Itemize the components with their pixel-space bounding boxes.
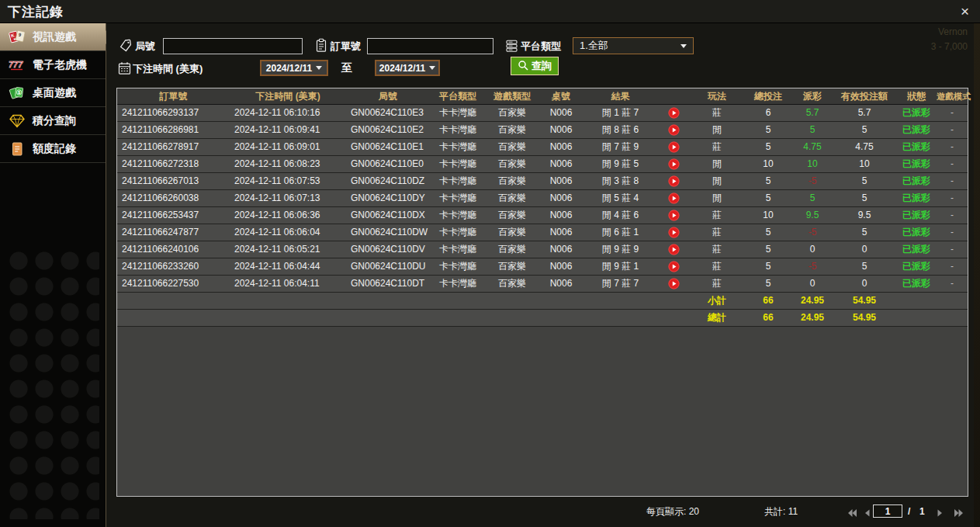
cell-game-type: 百家樂: [486, 224, 538, 241]
page-separator: /: [908, 505, 910, 518]
date-to-picker[interactable]: 2024/12/11: [375, 60, 440, 76]
cell-platform-type: 卡卡灣廳: [430, 122, 486, 138]
close-icon[interactable]: ×: [961, 2, 969, 21]
cell-game-type: 百家樂: [486, 207, 538, 224]
dimmed-bg-text: Vernon 3 - 7,000: [931, 25, 968, 54]
round-input[interactable]: [163, 38, 303, 54]
cell-platform-type: 卡卡灣廳: [430, 156, 486, 172]
sidebar-item-quota[interactable]: 額度記錄: [0, 135, 106, 163]
cell-platform-type: 卡卡灣廳: [430, 224, 486, 241]
sidebar-item-slots[interactable]: 777 電子老虎機: [0, 51, 106, 79]
play-video-icon[interactable]: [657, 258, 690, 275]
next-page-icon[interactable]: [937, 507, 944, 521]
sidebar-item-video-games[interactable]: K♥9 視訊遊戲: [0, 23, 106, 51]
play-video-icon[interactable]: [657, 173, 690, 189]
sidebar-item-label: 視訊遊戲: [33, 30, 76, 44]
cell-game-mode: -: [937, 241, 968, 258]
grand-total-total: 66: [744, 310, 792, 326]
page-number-input[interactable]: [873, 504, 902, 518]
cell-status: 已派彩: [896, 224, 937, 241]
sidebar-item-table-games[interactable]: $ 桌面遊戲: [0, 79, 106, 107]
subtotal-total: 66: [744, 293, 792, 309]
cell-valid-bet: 10: [833, 156, 896, 172]
cell-result: 閒 5 莊 4: [583, 190, 657, 206]
svg-text:777: 777: [9, 60, 23, 69]
cell-payout: 0: [792, 276, 833, 292]
play-video-icon[interactable]: [657, 207, 690, 224]
cell-bet-time: 2024-12-11 06:04:11: [230, 276, 346, 292]
cell-status: 已派彩: [896, 156, 937, 172]
cell-platform-type: 卡卡灣廳: [430, 173, 486, 189]
play-video-icon[interactable]: [657, 276, 690, 292]
play-video-icon[interactable]: [657, 224, 690, 241]
cell-game-mode: -: [937, 207, 968, 224]
subtotal-valid: 54.95: [833, 293, 896, 309]
column-header: 派彩: [792, 88, 833, 104]
play-video-icon[interactable]: [657, 122, 690, 138]
video-cards-icon: K♥9: [8, 29, 26, 45]
play-video-icon[interactable]: [657, 139, 690, 155]
cell-order-number: 241211066278917: [117, 139, 230, 155]
cell-total-bet: 5: [744, 241, 792, 258]
cell-platform-type: 卡卡灣廳: [430, 241, 486, 258]
cell-bet-time: 2024-12-11 06:10:16: [230, 105, 346, 121]
dimmed-roadmap-background: [6, 248, 99, 519]
sidebar-item-points[interactable]: 積分查詢: [0, 107, 106, 135]
cell-game-type: 百家樂: [486, 156, 538, 172]
cell-game-type: 百家樂: [486, 173, 538, 189]
cell-table-number: N006: [538, 105, 583, 121]
prev-page-icon[interactable]: [864, 507, 871, 521]
cell-play-type: 閒: [690, 122, 744, 138]
cell-total-bet: 6: [744, 105, 792, 121]
table-row: 2412110662600382024-12-11 06:07:13GN0062…: [117, 190, 968, 207]
table-row: 2412110662931372024-12-11 06:10:16GN0062…: [117, 105, 968, 122]
cell-order-number: 241211066260038: [117, 190, 230, 206]
cell-play-type: 莊: [690, 276, 744, 292]
cell-table-number: N006: [538, 173, 583, 189]
cell-status: 已派彩: [896, 276, 937, 292]
cell-game-type: 百家樂: [486, 258, 538, 275]
order-input[interactable]: [367, 38, 493, 54]
subtotal-payout: 24.95: [792, 293, 833, 309]
cell-bet-time: 2024-12-11 06:08:23: [230, 156, 346, 172]
total-count-label: 共計: 11: [764, 505, 798, 518]
cell-table-number: N006: [538, 190, 583, 206]
play-video-icon[interactable]: [657, 241, 690, 258]
play-video-icon[interactable]: [657, 105, 690, 121]
chevron-down-icon: [680, 44, 687, 48]
first-page-icon[interactable]: [847, 507, 857, 521]
last-page-icon[interactable]: [954, 507, 964, 521]
cell-order-number: 241211066286981: [117, 122, 230, 138]
clipboard-icon: [315, 38, 327, 56]
cell-bet-time: 2024-12-11 06:07:13: [230, 190, 346, 206]
cell-round-number: GN00624C110DV: [346, 241, 430, 258]
cell-play-type: 閒: [690, 156, 744, 172]
play-video-icon[interactable]: [657, 190, 690, 206]
cell-table-number: N006: [538, 224, 583, 241]
cell-platform-type: 卡卡灣廳: [430, 139, 486, 155]
cell-order-number: 241211066253437: [117, 207, 230, 224]
cell-payout: -5: [792, 224, 833, 241]
column-header: 局號: [346, 88, 430, 104]
column-header: 玩法: [690, 88, 744, 104]
cell-platform-type: 卡卡灣廳: [430, 276, 486, 292]
cell-result: 閒 3 莊 8: [583, 173, 657, 189]
platform-select-value: 1.全部: [580, 39, 608, 53]
cell-game-mode: -: [937, 258, 968, 275]
cell-order-number: 241211066293137: [117, 105, 230, 121]
cell-table-number: N006: [538, 207, 583, 224]
per-page-label: 每頁顯示: 20: [646, 505, 699, 518]
cell-payout: 5: [792, 190, 833, 206]
platform-select[interactable]: 1.全部: [573, 37, 694, 54]
date-from-picker[interactable]: 2024/12/11: [260, 60, 328, 76]
dimmed-game-edge: [974, 23, 980, 527]
cell-platform-type: 卡卡灣廳: [430, 258, 486, 275]
grand-total-payout: 24.95: [792, 310, 833, 326]
query-button[interactable]: 查詢: [511, 57, 559, 75]
cell-platform-type: 卡卡灣廳: [430, 207, 486, 224]
column-header: 遊戲模式: [937, 88, 968, 104]
cell-valid-bet: 0: [833, 276, 896, 292]
play-video-icon[interactable]: [657, 156, 690, 172]
quota-document-icon: [8, 141, 26, 157]
order-filter-label: 訂單號: [331, 40, 361, 54]
